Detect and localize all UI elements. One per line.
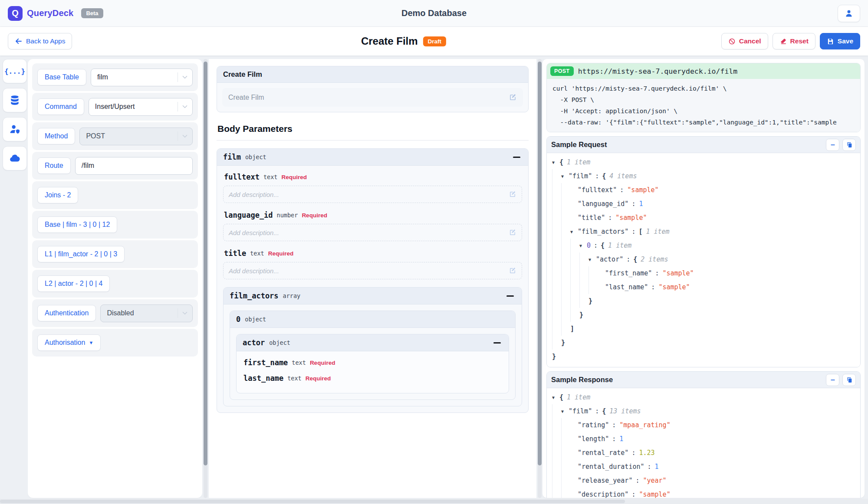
indent-guide <box>570 252 579 266</box>
description-input[interactable]: Add description... <box>223 224 522 241</box>
left-panel-scrollbar[interactable] <box>204 59 207 498</box>
indent-guide <box>552 446 561 460</box>
indent-guide <box>589 266 598 280</box>
collapse-arrow-icon[interactable]: ▼ <box>552 395 559 400</box>
collapse-arrow-icon[interactable]: ▼ <box>552 160 559 165</box>
sample-request-panel: Sample Request ▼{1 item▼"film":{4 items"… <box>546 136 861 367</box>
sample-response-header: Sample Response <box>547 372 860 388</box>
collapse-actor-button[interactable] <box>492 340 503 345</box>
indent-guide <box>561 225 570 239</box>
json-colon: : <box>631 449 635 457</box>
description-placeholder: Add description... <box>229 267 509 275</box>
endpoint-card-body: Create Film <box>217 83 528 112</box>
curl-block: curl 'https://misty-sea-7.querydeck.io/f… <box>547 79 860 132</box>
api-panel: POST https://misty-sea-7.querydeck.io/fi… <box>542 59 865 498</box>
collapse-film-button[interactable] <box>511 155 522 160</box>
collapse-film-actors-button[interactable] <box>505 294 516 298</box>
method-select: POST <box>79 128 193 145</box>
param-actor-header: actor object <box>237 334 509 351</box>
json-line: ▼"actor":{2 items <box>552 252 855 266</box>
collapse-arrow-icon[interactable]: ▼ <box>579 243 587 248</box>
querydeck-logo-icon[interactable]: Q <box>8 6 23 21</box>
param-field-fulltext: fulltext text Required Add description..… <box>223 173 522 203</box>
command-button[interactable]: Command <box>37 98 84 115</box>
collapse-request-button[interactable] <box>826 139 839 151</box>
rail-database-button[interactable] <box>3 88 27 112</box>
param-field-last-name: last_name text Required <box>243 374 502 383</box>
collapse-arrow-icon[interactable]: ▼ <box>570 229 578 234</box>
cancel-button[interactable]: Cancel <box>721 33 768 49</box>
json-item-count: 1 item <box>646 228 669 236</box>
eraser-icon <box>779 38 787 45</box>
join-l2-actor-button[interactable]: L2 | actor - 2 | 0 | 4 <box>37 275 110 292</box>
join-base-film-button[interactable]: Base | film - 3 | 0 | 12 <box>37 216 117 233</box>
base-table-button[interactable]: Base Table <box>37 69 86 85</box>
json-value: "sample" <box>658 283 690 291</box>
json-open-bracket: { <box>601 242 605 249</box>
save-label: Save <box>838 37 853 45</box>
json-key: "last_name" <box>605 283 648 291</box>
json-close-bracket: } <box>552 353 556 360</box>
user-shield-icon <box>9 123 21 135</box>
param-name: film <box>223 153 241 161</box>
json-line: ▼"film_actors":[1 item <box>552 225 855 239</box>
indent-guide <box>552 474 561 488</box>
join-l1-film-actor-button[interactable]: L1 | film_actor - 2 | 0 | 3 <box>37 246 125 262</box>
back-to-apps-button[interactable]: Back to Apps <box>8 33 72 49</box>
indent-guide <box>552 432 561 446</box>
route-input[interactable] <box>75 157 193 175</box>
collapse-arrow-icon[interactable]: ▼ <box>589 257 596 262</box>
param-field-language-id: language_id number Required Add descript… <box>223 211 522 241</box>
indent-guide <box>561 239 570 252</box>
param-field-title: title text Required Add description... <box>223 249 522 279</box>
json-line: ▼0:{1 item <box>552 239 855 252</box>
collapse-arrow-icon[interactable]: ▼ <box>561 409 569 414</box>
json-line: "title":"sample" <box>552 211 855 225</box>
scrollbar-thumb[interactable] <box>204 62 207 465</box>
field-name: language_id <box>224 211 273 219</box>
scrollbar-thumb[interactable] <box>538 62 542 465</box>
copy-response-button[interactable] <box>842 374 856 386</box>
description-input[interactable]: Add description... <box>223 186 522 203</box>
route-button[interactable]: Route <box>37 157 71 174</box>
collapse-arrow-icon[interactable]: ▼ <box>561 174 569 179</box>
api-box: POST https://misty-sea-7.querydeck.io/fi… <box>546 63 861 132</box>
rail-users-button[interactable] <box>3 117 27 141</box>
indent-guide <box>552 418 561 432</box>
endpoint-description-box[interactable]: Create Film <box>222 88 523 107</box>
horizontal-scrollbar[interactable] <box>0 499 868 504</box>
json-line: "length":1 <box>552 432 855 446</box>
rail-cloud-button[interactable] <box>3 146 27 170</box>
joins-button[interactable]: Joins - 2 <box>37 187 78 203</box>
json-line: ▼"film":{13 items <box>552 404 855 418</box>
json-close-bracket: } <box>561 339 565 347</box>
config-row-route: Route <box>32 152 198 180</box>
base-table-select[interactable]: film <box>91 69 193 86</box>
command-select[interactable]: Insert/Upsert <box>89 98 193 116</box>
collapse-response-button[interactable] <box>826 374 839 386</box>
save-button[interactable]: Save <box>820 33 860 49</box>
method-button[interactable]: Method <box>37 128 75 144</box>
copy-request-button[interactable] <box>842 139 856 151</box>
rail-json-button[interactable]: {...} <box>3 59 27 83</box>
indent-guide <box>552 460 561 474</box>
editor-panel-scrollbar[interactable] <box>538 59 542 498</box>
config-row-join-l2: L2 | actor - 2 | 0 | 4 <box>32 270 198 298</box>
indent-guide <box>561 460 570 474</box>
json-line: } <box>552 294 855 308</box>
json-line: "rental_rate":1.23 <box>552 446 855 460</box>
indent-guide <box>579 252 589 266</box>
json-key: "rental_rate" <box>578 449 628 457</box>
json-item-count: 2 items <box>641 255 668 263</box>
authorisation-button[interactable]: Authorisation ▼ <box>37 334 101 351</box>
json-line: "last_name":"sample" <box>552 280 855 294</box>
json-colon: : <box>635 477 639 484</box>
scrollbar-thumb[interactable] <box>0 500 625 503</box>
json-value: "mpaa_rating" <box>619 421 670 429</box>
json-colon: : <box>612 421 616 429</box>
description-input[interactable]: Add description... <box>223 262 522 279</box>
authentication-button[interactable]: Authentication <box>37 305 96 321</box>
method-value: POST <box>86 132 178 140</box>
account-button[interactable] <box>838 5 860 22</box>
reset-button[interactable]: Reset <box>773 33 815 49</box>
